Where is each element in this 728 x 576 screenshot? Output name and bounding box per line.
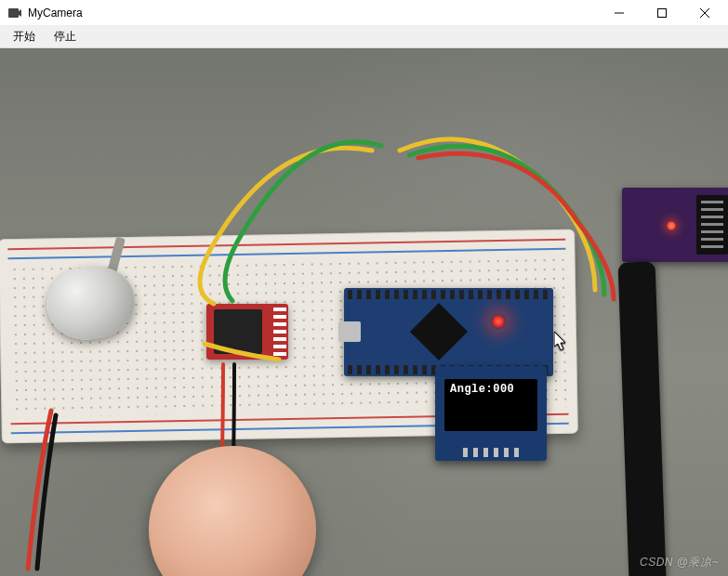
app-icon [7, 6, 22, 20]
watermark: CSDN @乘凉~ [640, 555, 719, 570]
svg-rect-0 [8, 8, 19, 18]
maximize-button[interactable] [641, 0, 683, 26]
mouse-cursor-icon [554, 332, 569, 352]
svg-rect-3 [658, 8, 667, 17]
window-controls [598, 0, 726, 26]
menubar: 开始 停止 [0, 26, 728, 48]
minimize-button[interactable] [598, 0, 641, 26]
window-title: MyCamera [28, 7, 598, 20]
camera-viewport: Angle:000 CSDN @乘凉~ [0, 48, 728, 576]
titlebar: MyCamera [0, 0, 728, 26]
menu-stop[interactable]: 停止 [45, 27, 86, 46]
svg-marker-6 [554, 332, 565, 350]
menu-start[interactable]: 开始 [4, 27, 45, 46]
svg-marker-1 [19, 9, 21, 17]
close-button[interactable] [683, 0, 726, 26]
